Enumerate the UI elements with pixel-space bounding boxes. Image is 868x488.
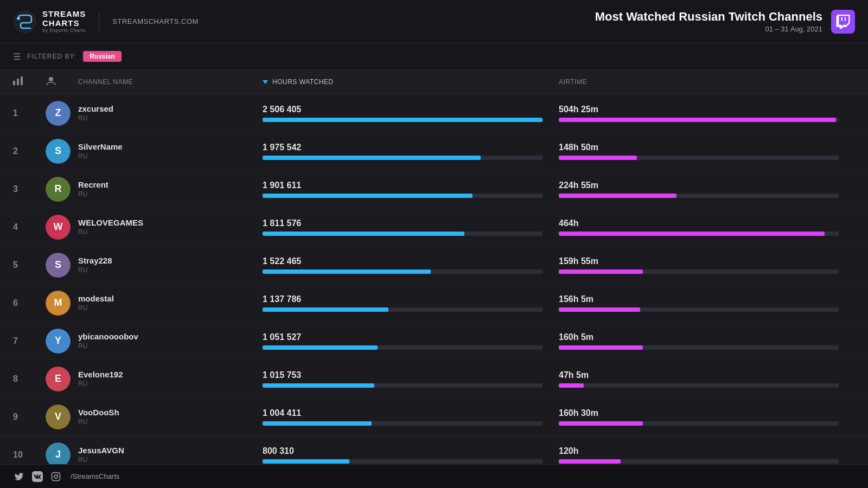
airtime-bar-track <box>559 345 839 350</box>
airtime-bar-track <box>559 459 839 464</box>
hours-bar-fill <box>263 269 431 274</box>
table-header: Channel Name Hours Watched Airtime <box>0 70 868 94</box>
avatar: J <box>46 442 71 467</box>
footer: /StreamsCharts <box>0 464 868 488</box>
channel-country: RU <box>78 114 263 122</box>
airtime-bar-track <box>559 194 839 198</box>
channel-country: RU <box>78 228 263 236</box>
channel-country: RU <box>78 418 263 426</box>
col-channel-header: Channel Name <box>78 78 263 86</box>
hours-value: 2 506 405 <box>263 105 542 114</box>
airtime-value: 156h 5m <box>559 294 839 304</box>
rank-number: 1 <box>13 108 46 118</box>
avatar-placeholder: W <box>46 215 71 240</box>
logo-icon <box>13 10 37 34</box>
airtime-bar-track <box>559 383 839 388</box>
avatar-placeholder: R <box>46 177 71 202</box>
channel-name: modestal <box>78 294 263 303</box>
avatar: S <box>46 139 71 164</box>
airtime-cell: 156h 5m <box>559 294 855 312</box>
hours-value: 1 522 465 <box>263 256 542 266</box>
hours-cell: 1 137 786 <box>263 294 559 312</box>
channel-name: WELOVEGAMES <box>78 218 263 227</box>
airtime-value: 160h 30m <box>559 408 839 418</box>
channel-country: RU <box>78 152 263 160</box>
avatar-placeholder: Y <box>46 329 71 354</box>
table-row[interactable]: 7 Y ybicanoooobov RU 1 051 527 160h 5m <box>0 322 868 360</box>
hours-bar-track <box>263 345 542 350</box>
airtime-cell: 160h 30m <box>559 408 855 426</box>
channel-name: VooDooSh <box>78 408 263 417</box>
hours-value: 800 310 <box>263 446 542 456</box>
airtime-bar-track <box>559 307 839 312</box>
rank-number: 8 <box>13 374 46 384</box>
channel-country: RU <box>78 304 263 312</box>
hours-bar-track <box>263 307 542 312</box>
table-row[interactable]: 6 M modestal RU 1 137 786 156h 5m <box>0 284 868 322</box>
logo-subtitle: by Esports Charts <box>42 28 86 33</box>
airtime-value: 160h 5m <box>559 332 839 342</box>
avatar-placeholder: Z <box>46 101 71 126</box>
channel-name: zxcursed <box>78 104 263 113</box>
rank-number: 10 <box>13 450 46 460</box>
svg-point-1 <box>17 17 20 20</box>
rank-number: 5 <box>13 260 46 270</box>
hours-bar-track <box>263 156 542 160</box>
avatar: Z <box>46 101 71 126</box>
header-right: Most Watched Russian Twitch Channels 01 … <box>595 10 855 34</box>
table-row[interactable]: 8 E Evelone192 RU 1 015 753 47h 5m <box>0 360 868 398</box>
sort-arrow <box>263 80 268 84</box>
channel-country: RU <box>78 190 263 198</box>
header-divider <box>99 12 99 31</box>
svg-rect-2 <box>13 81 15 85</box>
col-hours-header[interactable]: Hours Watched <box>263 78 559 86</box>
table-row[interactable]: 4 W WELOVEGAMES RU 1 811 576 464h <box>0 208 868 246</box>
hours-value: 1 051 527 <box>263 332 542 342</box>
airtime-bar-fill <box>559 383 584 388</box>
avatar-placeholder: S <box>46 253 71 278</box>
airtime-value: 504h 25m <box>559 105 839 114</box>
rank-number: 7 <box>13 336 46 346</box>
hours-cell: 800 310 <box>263 446 559 464</box>
col-airtime-header: Airtime <box>559 78 855 86</box>
avatar-placeholder: M <box>46 291 71 316</box>
hours-bar-track <box>263 232 542 236</box>
vk-icon[interactable] <box>31 471 43 483</box>
channel-info: Recrent RU <box>78 180 263 198</box>
table-row[interactable]: 1 Z zxcursed RU 2 506 405 504h 25m <box>0 94 868 132</box>
airtime-value: 224h 55m <box>559 181 839 190</box>
rank-number: 3 <box>13 184 46 194</box>
instagram-icon[interactable] <box>50 471 62 483</box>
hours-bar-fill <box>263 459 349 464</box>
hours-cell: 1 522 465 <box>263 256 559 274</box>
airtime-value: 47h 5m <box>559 370 839 380</box>
channel-info: Evelone192 RU <box>78 370 263 388</box>
channel-info: VooDooSh RU <box>78 408 263 426</box>
airtime-cell: 464h <box>559 219 855 236</box>
airtime-bar-fill <box>559 156 637 160</box>
table-row[interactable]: 5 S Stray228 RU 1 522 465 159h 55m <box>0 246 868 284</box>
airtime-bar-fill <box>559 307 640 312</box>
rank-number: 9 <box>13 412 46 422</box>
hours-bar-fill <box>263 345 378 350</box>
channel-name: Recrent <box>78 180 263 189</box>
hours-bar-fill <box>263 421 372 426</box>
twitch-icon <box>831 10 855 34</box>
airtime-bar-fill <box>559 269 643 274</box>
footer-social <box>13 471 62 483</box>
table-row[interactable]: 9 V VooDooSh RU 1 004 411 160h 30m <box>0 398 868 436</box>
hours-bar-track <box>263 118 542 122</box>
avatar-placeholder: J <box>46 442 71 467</box>
channel-info: SilverName RU <box>78 142 263 160</box>
hours-bar-fill <box>263 156 481 160</box>
table-row[interactable]: 3 R Recrent RU 1 901 611 224h 55m <box>0 170 868 208</box>
channel-country: RU <box>78 456 263 464</box>
table-row[interactable]: 2 S SilverName RU 1 975 542 148h 50m <box>0 132 868 170</box>
twitter-icon[interactable] <box>13 471 25 483</box>
avatar-placeholder: S <box>46 139 71 164</box>
channel-name: Stray228 <box>78 256 263 265</box>
filter-tag[interactable]: Russian <box>83 51 122 62</box>
hours-bar-fill <box>263 383 374 388</box>
avatar: S <box>46 253 71 278</box>
hours-cell: 2 506 405 <box>263 105 559 122</box>
